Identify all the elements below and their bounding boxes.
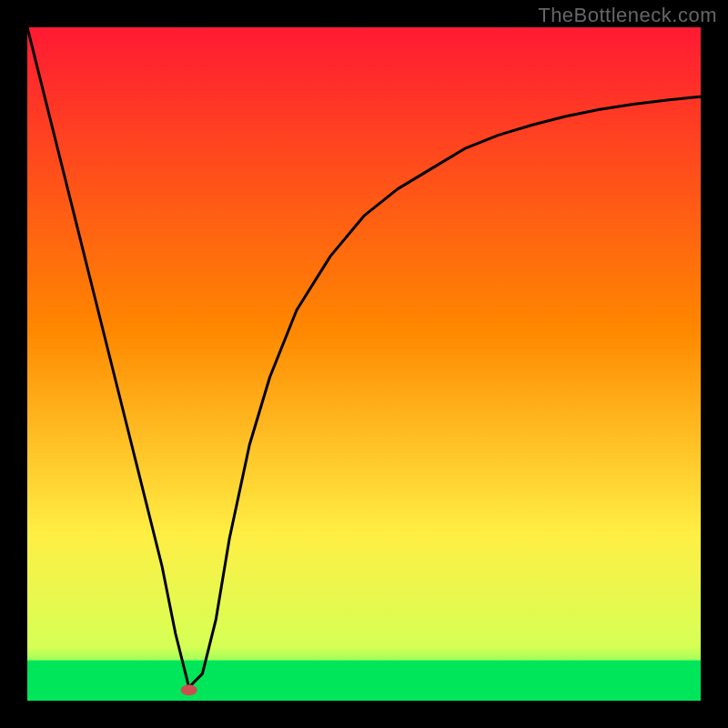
gradient-background xyxy=(27,27,701,701)
plot-area xyxy=(27,27,701,701)
green-band xyxy=(27,661,701,701)
optimal-point-marker xyxy=(181,684,197,695)
watermark-text: TheBottleneck.com xyxy=(538,4,717,27)
plot-svg xyxy=(27,27,701,701)
chart-frame: TheBottleneck.com xyxy=(0,0,728,728)
